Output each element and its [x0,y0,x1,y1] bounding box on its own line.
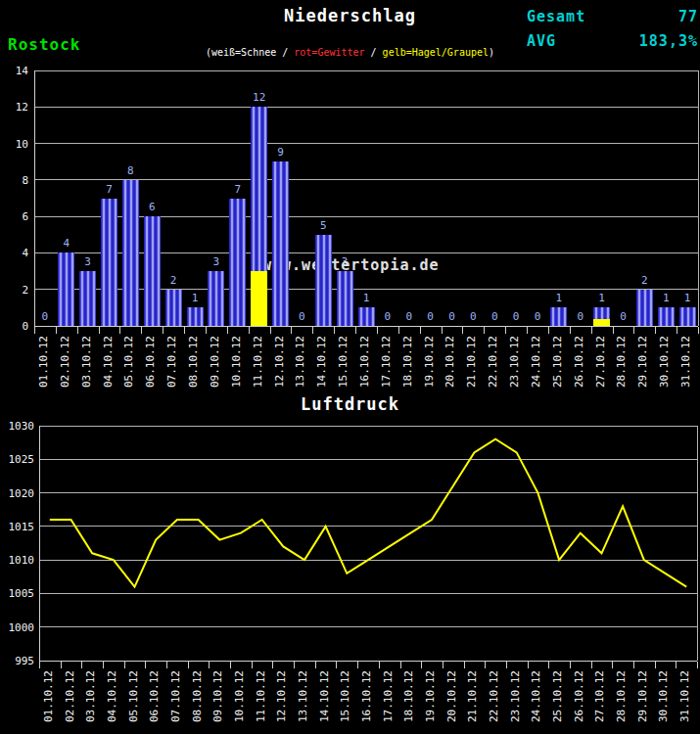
x-axis-tick [398,327,399,334]
gridline-y14 [34,70,698,71]
pressure-chart-section: Luftdruck 995100010051010101510201025103… [0,387,700,734]
x-axis-date-label: 06.10.12 [145,337,157,388]
x-axis-date-label: 16.10.12 [359,337,371,388]
x-axis-tick [591,327,592,334]
x-axis-tick [633,327,634,334]
bar-value-label: 1 [663,292,670,304]
x-axis-date-label: 10.10.12 [231,337,243,388]
x-axis-tick [99,327,100,334]
precip-bar [337,271,353,326]
bar-value-label: 0 [535,310,541,323]
x-axis-date-label: 23.10.12 [509,337,521,388]
x-axis-tick [355,327,356,334]
x-axis-date-label: 29.10.12 [637,671,649,722]
plot-right-border [698,70,699,326]
precip-bar [79,271,96,326]
bar-value-label: 4 [63,237,70,250]
x-axis-line [39,661,697,662]
precip-bar [251,107,267,326]
x-axis-tick [697,662,698,668]
bar-value-label: 8 [127,164,134,177]
x-axis-date-label: 16.10.12 [361,671,373,722]
bar-value-label: 1 [192,292,199,304]
gridline-y10 [34,143,698,144]
y-axis-tick-label: 14 [0,65,28,77]
x-axis-tick [527,327,528,334]
precip-bar [229,199,246,327]
x-axis-date-label: 05.10.12 [128,671,140,722]
gridline-y12 [34,107,698,108]
y-axis-tick-label: 1005 [0,587,34,600]
x-axis-date-label: 21.10.12 [467,671,479,722]
precip-bar [187,307,204,326]
precip-bar [593,307,610,326]
x-axis-date-label: 02.10.12 [60,337,71,388]
x-axis-tick [312,327,313,334]
x-axis-date-label: 01.10.12 [43,671,55,722]
x-axis-line [34,326,698,327]
bar-value-label: 7 [106,183,113,196]
bar-value-label: 0 [577,310,583,323]
hail-overlay [251,271,267,326]
x-axis-tick [677,327,677,334]
precipitation-bar-chart: www.wettertopia.de 02468101214001.10.124… [0,0,700,387]
precip-bar [144,216,161,326]
x-axis-tick [570,327,571,334]
bar-value-label: 0 [620,310,627,323]
x-axis-tick [163,327,163,334]
y-axis-tick-label: 1020 [0,487,34,500]
precip-bar [358,307,375,326]
x-axis-date-label: 28.10.12 [616,671,628,722]
x-axis-date-label: 13.10.12 [295,337,306,388]
x-axis-tick [377,327,378,334]
x-axis-date-label: 25.10.12 [552,671,564,722]
y-axis-tick-label: 10 [0,138,28,151]
y-axis-tick-label: 6 [0,210,28,223]
bar-value-label: 1 [684,292,691,304]
x-axis-date-label: 02.10.12 [65,671,76,722]
bar-value-label: 6 [149,201,156,213]
x-axis-tick [613,327,614,334]
x-axis-date-label: 11.10.12 [256,671,267,722]
bar-value-label: 7 [234,183,241,196]
x-axis-tick [462,327,463,334]
x-axis-tick [184,327,185,334]
x-axis-tick [206,327,207,334]
x-axis-tick [77,327,78,334]
bar-value-label: 0 [299,310,305,323]
x-axis-date-label: 01.10.12 [38,337,50,388]
x-axis-date-label: 05.10.12 [123,337,135,388]
x-axis-tick [334,327,335,334]
x-axis-date-label: 26.10.12 [574,671,585,722]
x-axis-tick [655,327,656,334]
x-axis-tick [249,327,250,334]
x-axis-date-label: 09.10.12 [210,337,221,388]
bar-value-label: 3 [213,255,220,268]
bar-value-label: 9 [277,146,284,159]
bar-value-label: 1 [598,292,605,304]
x-axis-date-label: 15.10.12 [340,671,351,722]
y-axis-line [39,426,40,668]
precip-bar [208,271,224,326]
bar-value-label: 0 [385,310,392,323]
bar-value-label: 1 [363,292,370,304]
bar-value-label: 0 [42,310,49,323]
bar-value-label: 2 [170,274,177,287]
x-axis-tick [484,327,485,334]
x-axis-date-label: 24.10.12 [531,671,542,722]
x-axis-tick [698,327,699,334]
x-axis-date-label: 07.10.12 [170,671,182,722]
y-axis-tick-label: 0 [0,320,28,333]
x-axis-date-label: 03.10.12 [81,337,93,388]
x-axis-date-label: 28.10.12 [616,337,628,388]
x-axis-date-label: 12.10.12 [276,671,288,722]
x-axis-tick [505,327,506,334]
x-axis-date-label: 10.10.12 [234,671,246,722]
bar-value-label: 0 [405,310,412,323]
pressure-line-svg [39,426,697,665]
x-axis-date-label: 31.10.12 [680,337,692,388]
x-axis-date-label: 12.10.12 [274,337,286,388]
x-axis-date-label: 21.10.12 [466,337,478,388]
precip-bar [550,307,567,326]
y-axis-tick-label: 8 [0,174,28,187]
